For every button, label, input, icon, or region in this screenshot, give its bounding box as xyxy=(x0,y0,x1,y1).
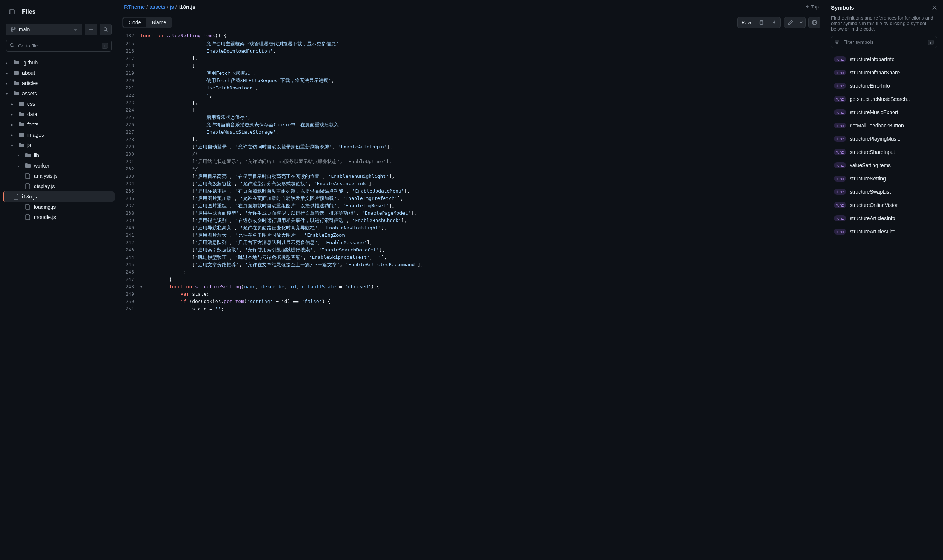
tree-folder[interactable]: ▸fonts xyxy=(3,119,114,129)
code-line[interactable]: 244 ['跳过模型验证', '跳过本地与云端数据模型匹配', 'EnableS… xyxy=(118,254,825,261)
symbols-toggle-button[interactable] xyxy=(809,17,820,28)
breadcrumb-root[interactable]: RTheme xyxy=(124,4,145,10)
symbol-name: structureArticlesInfo xyxy=(850,215,895,221)
tree-folder[interactable]: ▸css xyxy=(3,98,114,109)
symbol-item[interactable]: funcstructureArticlesInfo xyxy=(831,212,937,225)
branch-name: main xyxy=(19,26,30,32)
code-line[interactable]: 248▾ function structureSetting(name, des… xyxy=(118,283,825,291)
raw-button[interactable]: Raw xyxy=(738,17,755,28)
code-line[interactable]: 245 ['启用文章旁路推荐', '允许在文章结尾链接至上一篇/下一篇文章', … xyxy=(118,261,825,268)
code-line[interactable]: 224 [ xyxy=(118,106,825,114)
code-line[interactable]: 218 [ xyxy=(118,62,825,69)
code-line[interactable]: 239 ['启用锚点识别', '在锚点改变时运行调用相关事件，以进行索引筛选',… xyxy=(118,217,825,224)
symbol-item[interactable]: funcstructureShareInput xyxy=(831,145,937,159)
code-line[interactable]: 235 ['启用标题重组', '在页面加载时自动重组标题，以提供高级锚点功能',… xyxy=(118,188,825,195)
tree-folder[interactable]: ▸.github xyxy=(3,57,114,68)
tree-folder[interactable]: ▸articles xyxy=(3,78,114,88)
branch-selector[interactable]: main xyxy=(6,23,82,35)
tab-code[interactable]: Code xyxy=(123,18,146,27)
tree-file[interactable]: moudle.js xyxy=(3,212,114,222)
code-line[interactable]: 251 state = ''; xyxy=(118,305,825,312)
symbol-item[interactable]: funcstructureSwapList xyxy=(831,185,937,198)
search-button[interactable] xyxy=(100,23,112,35)
download-button[interactable] xyxy=(768,17,781,28)
symbol-item[interactable]: funcstructureInfobarInfo xyxy=(831,53,937,66)
symbols-title: Symbols xyxy=(831,5,854,11)
symbol-item[interactable]: funcstructureErrorInfo xyxy=(831,79,937,92)
breadcrumb-part[interactable]: assets xyxy=(149,4,165,10)
add-file-button[interactable] xyxy=(85,23,97,35)
code-line[interactable]: 215 '允许使用主题框架下载管理器替代浏览器下载，显示更多信息', xyxy=(118,40,825,48)
keyboard-shortcut: r xyxy=(928,40,934,45)
code-line[interactable]: 222 '', xyxy=(118,92,825,99)
code-line[interactable]: 250 if (docCookies.getItem('setting' + i… xyxy=(118,298,825,305)
breadcrumb-part[interactable]: js xyxy=(170,4,174,10)
code-line[interactable]: 231 ['启用站点状态显示', '允许访问Uptime服务以显示站点服务状态'… xyxy=(118,158,825,165)
code-line[interactable]: 219 '使用Fetch下载模式', xyxy=(118,69,825,77)
code-line[interactable]: 230 /* xyxy=(118,151,825,158)
code-line[interactable]: 241 ['启用图片放大', '允许在单击图片时放大图片', 'EnableIm… xyxy=(118,232,825,239)
code-line[interactable]: 249 var state; xyxy=(118,291,825,298)
edit-menu-button[interactable] xyxy=(797,17,806,28)
tree-item-label: about xyxy=(22,70,35,76)
code-line[interactable]: 246 ]; xyxy=(118,268,825,276)
tree-folder[interactable]: ▸images xyxy=(3,129,114,140)
symbol-item[interactable]: funcvalueSettingItems xyxy=(831,159,937,172)
tree-file[interactable]: loading.js xyxy=(3,202,114,212)
code-line[interactable]: 223 ], xyxy=(118,99,825,106)
code-line[interactable]: 227 'EnableMusicStateStorage', xyxy=(118,129,825,136)
symbol-item[interactable]: funcstructureInfobarShare xyxy=(831,66,937,79)
code-line[interactable]: 243 ['启用索引数据拉取', '允许使用索引数据以进行搜索', 'Enabl… xyxy=(118,246,825,254)
tree-file[interactable]: analysis.js xyxy=(3,171,114,181)
tree-folder[interactable]: ▸about xyxy=(3,68,114,78)
code-line[interactable]: 216 'EnableDownloadFunction', xyxy=(118,48,825,55)
symbol-item[interactable]: funcstructureSetting xyxy=(831,172,937,185)
code-line[interactable]: 242 ['启用消息队列', '启用右下方消息队列以显示更多信息', 'Enab… xyxy=(118,239,825,246)
tree-folder[interactable]: ▸lib xyxy=(3,150,114,160)
edit-button[interactable] xyxy=(784,17,797,28)
code-line[interactable]: 236 ['启用图片预加载', '允许在页面加载时自动触发后文图片预加载', '… xyxy=(118,195,825,202)
code-area[interactable]: 215 '允许使用主题框架下载管理器替代浏览器下载，显示更多信息',216 'E… xyxy=(118,40,825,560)
code-line[interactable]: 225 '启用音乐状态保存', xyxy=(118,114,825,121)
go-to-file-input[interactable] xyxy=(6,40,112,52)
tree-file[interactable]: i18n.js xyxy=(3,191,114,202)
code-line[interactable]: 226 '允许将当前音乐播放列表保存至Cookie中，在页面重载后载入', xyxy=(118,121,825,129)
symbol-badge: func xyxy=(834,149,846,155)
chevron-right-icon: ▸ xyxy=(18,164,22,168)
branch-icon xyxy=(11,27,16,32)
code-line[interactable]: 228 ], xyxy=(118,136,825,143)
copy-button[interactable] xyxy=(755,17,768,28)
code-line[interactable]: 240 ['启用导航栏高亮', '允许在页面路径变化时高亮导航栏', 'Enab… xyxy=(118,224,825,232)
symbols-close-button[interactable] xyxy=(932,5,937,10)
symbol-badge: func xyxy=(834,136,846,142)
code-line[interactable]: 247 } xyxy=(118,276,825,283)
code-line[interactable]: 217 ], xyxy=(118,55,825,62)
tree-folder[interactable]: ▸data xyxy=(3,109,114,119)
tree-folder[interactable]: ▾js xyxy=(3,140,114,150)
symbol-item[interactable]: funcstructureMusicExport xyxy=(831,106,937,119)
symbol-item[interactable]: funcstructurePlayingMusic xyxy=(831,132,937,145)
tab-blame[interactable]: Blame xyxy=(146,18,171,27)
code-line[interactable]: 220 '使用fetch代替XMLHttpRequest下载，将无法显示进度', xyxy=(118,77,825,84)
tree-file[interactable]: display.js xyxy=(3,181,114,191)
sidebar-collapse-button[interactable] xyxy=(6,6,18,18)
symbol-item[interactable]: funcgetstructureMusicSearch… xyxy=(831,92,937,106)
tree-folder[interactable]: ▾assets xyxy=(3,88,114,98)
scroll-to-top[interactable]: Top xyxy=(805,4,819,9)
code-line[interactable]: 221 'UseFetchDownload', xyxy=(118,84,825,92)
symbols-filter-input[interactable] xyxy=(842,38,928,46)
code-line[interactable]: 232 */ xyxy=(118,165,825,173)
sticky-function-header[interactable]: 182 function valueSettingItems() { xyxy=(118,31,825,40)
symbol-item[interactable]: funcstructureOnlineVistor xyxy=(831,198,937,212)
fold-icon[interactable]: ▾ xyxy=(140,283,146,291)
code-line[interactable]: 233 ['启用目录高亮', '在显示目录时自动高亮正在阅读的位置', 'Ena… xyxy=(118,173,825,180)
code-line[interactable]: 237 ['启用图片重组', '在页面加载时自动重组图片，以提供描述功能', '… xyxy=(118,202,825,209)
line-number: 233 xyxy=(118,173,140,180)
view-tabs: Code Blame xyxy=(122,17,172,28)
code-line[interactable]: 238 ['启用生成页面模型', '允许生成页面模型，以进行文章筛选、排序等功能… xyxy=(118,209,825,217)
code-line[interactable]: 229 ['启用自动登录', '允许在访问时自动以登录身份重新刷新令牌', 'E… xyxy=(118,143,825,151)
tree-folder[interactable]: ▸worker xyxy=(3,160,114,171)
symbol-item[interactable]: funcstructureArticlesList xyxy=(831,225,937,238)
symbol-item[interactable]: funcgetMailFeedbackButton xyxy=(831,119,937,132)
code-line[interactable]: 234 ['启用高级超链接', '允许渲染部分高级形式超链接', 'Enable… xyxy=(118,180,825,188)
